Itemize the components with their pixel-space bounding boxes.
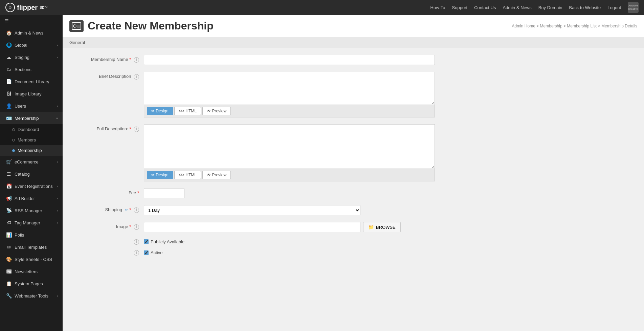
image-input[interactable] [144,222,360,232]
shipping-required: * [129,207,131,212]
membership-name-input[interactable] [144,55,435,65]
brief-desc-html-btn[interactable]: </> HTML [174,107,201,115]
nav-support[interactable]: Support [452,5,468,10]
sidebar-item-document-library[interactable]: 📄 Document Library [0,75,63,88]
sidebar-item-email-templates[interactable]: ✉ Email Templates [0,241,63,253]
browse-button[interactable]: 📁 BROWSE [363,222,401,232]
active-label[interactable]: Active [144,250,162,255]
sidebar-item-tag-manager[interactable]: 🏷 Tag Manager › [0,217,63,229]
membership-name-row: Membership Name * i [69,55,637,65]
publicly-available-label[interactable]: Publicly Available [144,239,184,244]
membership-name-info-icon[interactable]: i [134,57,139,63]
sidebar-item-polls[interactable]: 📊 Polls [0,229,63,241]
event-reg-icon: 📅 [6,183,12,189]
full-desc-textarea[interactable] [144,125,435,169]
image-label: Image * i [69,222,144,230]
nav-back-website[interactable]: Back to Website [569,5,601,10]
publicly-available-row: i Publicly Available [69,239,637,245]
active-row: i Active [69,250,637,256]
nav-buy-domain[interactable]: Buy Domain [538,5,562,10]
users-chevron: › [57,104,58,108]
membership-icon: 🪪 [6,115,12,121]
membership-name-label: Membership Name * i [69,55,144,63]
brief-desc-control: ✏ Design </> HTML 👁 Preview [144,72,435,117]
staging-icon: ☁ [6,54,12,60]
shipping-edit-icon[interactable]: ✏ [125,207,128,212]
sidebar-item-admin-news[interactable]: 🏠 Admin & News [0,27,63,39]
page-title: Create New Membership [88,20,214,32]
brief-desc-info-icon[interactable]: i [134,74,139,80]
full-desc-html-btn[interactable]: </> HTML [174,171,201,179]
fee-input[interactable] [144,188,184,198]
image-required: * [129,224,131,229]
browse-label: BROWSE [376,225,396,230]
sidebar-sub-dashboard[interactable]: Dashboard [0,124,63,135]
sidebar-item-css[interactable]: 🎨 Style Sheets - CSS [0,253,63,265]
nav-contact-us[interactable]: Contact Us [474,5,496,10]
sidebar-sub-label-members: Members [18,137,36,142]
sidebar-item-users[interactable]: 👤 Users › [0,100,63,112]
sidebar-sub-label-dashboard: Dashboard [18,127,39,132]
full-desc-preview-btn[interactable]: 👁 Preview [202,171,231,179]
full-desc-required: * [129,126,131,131]
publicly-available-checkbox[interactable] [144,239,149,244]
sidebar-label-webmaster: Webmaster Tools [15,293,48,299]
fee-control [144,188,435,198]
logo: ☺ flipper SD™ [5,3,48,12]
sidebar-item-sections[interactable]: 🗂 Sections [0,63,63,75]
nav-admin-news[interactable]: Admin & News [503,5,531,10]
sidebar-sub-members[interactable]: Members [0,135,63,145]
active-checkbox[interactable] [144,250,149,255]
sidebar-item-ecommerce[interactable]: 🛒 eCommerce › [0,156,63,168]
shipping-info-icon[interactable]: i [134,207,139,213]
full-desc-row: Full Description: * i ✏ Design </> HTML … [69,124,637,181]
event-reg-chevron: › [57,184,58,188]
shipping-select[interactable]: 1 Day 2 Days 3 Days Standard Express [144,205,360,215]
page-title-row: Create New Membership [69,20,214,32]
breadcrumb: Admin Home > Membership > Membership Lis… [512,24,637,28]
brief-desc-textarea[interactable] [144,72,435,105]
brief-desc-label: Brief Description i [69,72,144,80]
fee-required: * [137,190,139,195]
sidebar-sub-membership[interactable]: Membership [0,145,63,156]
ecommerce-chevron: › [57,160,58,164]
brief-desc-toolbar: ✏ Design </> HTML 👁 Preview [144,105,435,117]
sidebar-item-image-library[interactable]: 🖼 Image Library [0,88,63,100]
image-info-icon[interactable]: i [134,224,139,230]
brief-desc-editor: ✏ Design </> HTML 👁 Preview [144,72,435,117]
active-info-icon[interactable]: i [134,250,139,256]
shipping-label: Shipping ✏ * i [69,205,144,213]
sidebar-label-membership: Membership [15,116,39,121]
email-templates-icon: ✉ [6,244,12,250]
full-desc-design-btn[interactable]: ✏ Design [147,171,173,179]
brief-desc-design-btn[interactable]: ✏ Design [147,107,173,115]
membership-name-required: * [129,57,131,62]
brief-desc-preview-btn[interactable]: 👁 Preview [202,107,231,115]
sidebar-item-membership[interactable]: 🪪 Membership ▾ [0,112,63,124]
tag-manager-chevron: › [57,221,58,225]
system-pages-icon: 📋 [6,281,12,286]
admin-news-icon: 🏠 [6,30,12,36]
sidebar-item-rss-manager[interactable]: 📡 RSS Manager › [0,204,63,217]
nav-how-to[interactable]: How-To [430,5,445,10]
page-header: Create New Membership Admin Home > Membe… [63,15,644,37]
sidebar-item-global[interactable]: 🌐 Global › [0,39,63,51]
sidebar-label-ad-builder: Ad Builder [15,196,35,201]
page-icon [69,20,84,32]
full-desc-editor: ✏ Design </> HTML 👁 Preview [144,124,435,181]
publicly-available-info-icon[interactable]: i [134,239,139,245]
sidebar-item-event-reg[interactable]: 📅 Event Registrations › [0,180,63,192]
image-input-row: 📁 BROWSE [144,222,435,232]
nav-logout[interactable]: Logout [607,5,621,10]
full-desc-info-icon[interactable]: i [134,127,139,132]
sidebar-item-catalog[interactable]: ☰ Catalog [0,168,63,180]
sidebar-item-ad-builder[interactable]: 📢 Ad Builder › [0,192,63,204]
sidebar-item-webmaster[interactable]: 🔧 Webmaster Tools › [0,290,63,302]
hamburger-icon[interactable]: ☰ [0,15,63,27]
members-dot [12,139,15,141]
sidebar-label-users: Users [15,104,26,109]
sidebar-item-system-pages[interactable]: 📋 System Pages [0,278,63,290]
sidebar-item-newsletters[interactable]: 📰 Newsletters [0,265,63,278]
active-text: Active [151,250,162,255]
sidebar-item-staging[interactable]: ☁ Staging › [0,51,63,63]
